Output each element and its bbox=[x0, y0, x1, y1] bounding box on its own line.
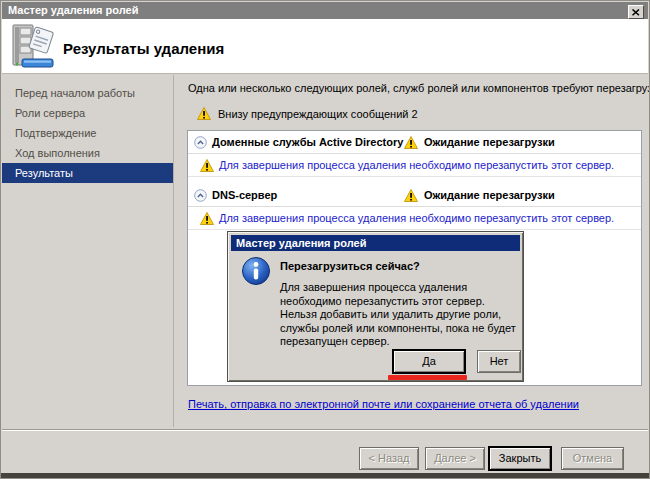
role-group-header[interactable]: DNS-сервер Ожидание перезагрузки bbox=[188, 184, 641, 207]
window-bottom-edge bbox=[1, 473, 649, 478]
warning-icon bbox=[197, 107, 211, 120]
yes-button[interactable]: Да bbox=[393, 350, 465, 373]
dialog-body-text: Для завершения процесса удаления необход… bbox=[280, 281, 520, 349]
restart-required-intro: Одна или несколько следующих ролей, служ… bbox=[188, 82, 650, 94]
dialog-titlebar[interactable]: Мастер удаления ролей bbox=[231, 235, 520, 251]
wizard-header: Результаты удаления bbox=[2, 19, 648, 74]
page-title: Результаты удаления bbox=[63, 40, 224, 57]
role-status: Ожидание перезагрузки bbox=[424, 189, 555, 201]
back-button[interactable]: < Назад bbox=[359, 447, 419, 470]
role-name: Доменные службы Active Directory bbox=[212, 136, 403, 148]
window-titlebar[interactable]: Мастер удаления ролей bbox=[2, 2, 648, 19]
no-button[interactable]: Нет bbox=[477, 350, 521, 373]
role-warning-message: Для завершения процесса удаления необход… bbox=[219, 212, 614, 224]
next-button[interactable]: Далее > bbox=[425, 447, 485, 470]
close-icon bbox=[632, 9, 640, 16]
warning-icon bbox=[200, 211, 214, 229]
close-wizard-button[interactable]: Закрыть bbox=[489, 447, 551, 470]
footer-divider bbox=[2, 429, 648, 431]
restart-confirmation-dialog: Мастер удаления ролей Перезагрузиться се… bbox=[227, 231, 524, 382]
wizard-window: Мастер удаления ролей bbox=[0, 0, 650, 479]
red-underline-annotation bbox=[388, 375, 467, 380]
chevron-up-icon[interactable] bbox=[194, 188, 207, 206]
server-roles-icon bbox=[10, 23, 56, 74]
dialog-title: Мастер удаления ролей bbox=[236, 237, 367, 249]
dialog-question: Перезагрузиться сейчас? bbox=[280, 260, 420, 272]
role-warning-message-row: Для завершения процесса удаления необход… bbox=[188, 207, 641, 230]
warnings-summary-row: Внизу предупреждающих сообщений 2 bbox=[197, 107, 418, 120]
sidebar-item-progress[interactable]: Ход выполнения bbox=[2, 143, 173, 163]
sidebar-item-results[interactable]: Результаты bbox=[2, 163, 173, 183]
role-warning-message-row: Для завершения процесса удаления необход… bbox=[188, 154, 641, 177]
info-icon bbox=[241, 256, 271, 290]
report-link[interactable]: Печать, отправка по электронной почте ил… bbox=[188, 398, 579, 410]
chevron-up-icon[interactable] bbox=[194, 135, 207, 153]
sidebar-item-server-roles[interactable]: Роли сервера bbox=[2, 103, 173, 123]
warnings-summary-text: Внизу предупреждающих сообщений 2 bbox=[218, 108, 418, 120]
wizard-steps-sidebar: Перед началом работы Роли сервера Подтве… bbox=[2, 75, 174, 427]
warning-icon bbox=[404, 135, 418, 153]
cancel-button[interactable]: Отмена bbox=[561, 447, 624, 470]
window-title: Мастер удаления ролей bbox=[8, 4, 139, 16]
role-status: Ожидание перезагрузки bbox=[424, 136, 555, 148]
close-button[interactable] bbox=[628, 5, 644, 19]
warning-icon bbox=[200, 158, 214, 176]
role-warning-message: Для завершения процесса удаления необход… bbox=[219, 159, 614, 171]
warning-icon bbox=[404, 188, 418, 206]
group-spacer bbox=[188, 177, 641, 184]
role-name: DNS-сервер bbox=[212, 189, 277, 201]
role-group-header[interactable]: Доменные службы Active Directory Ожидани… bbox=[188, 131, 641, 154]
sidebar-item-confirmation[interactable]: Подтверждение bbox=[2, 123, 173, 143]
sidebar-item-before-you-begin[interactable]: Перед началом работы bbox=[2, 83, 173, 103]
